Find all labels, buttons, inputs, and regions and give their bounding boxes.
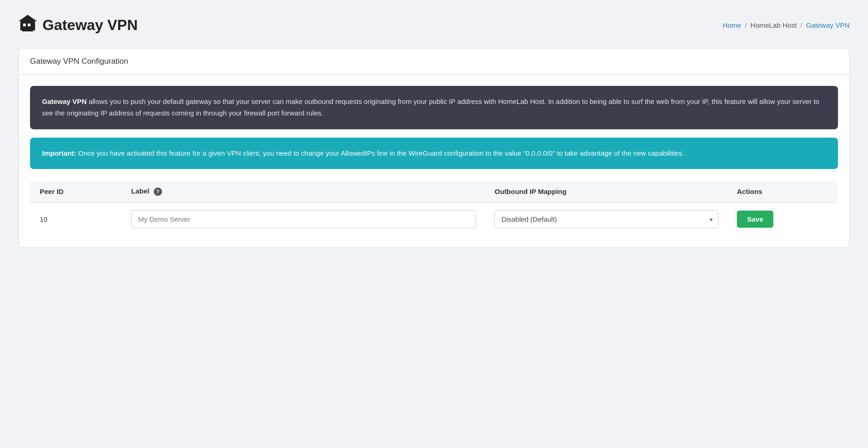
- gateway-vpn-table: Peer ID Label ? Outbound IP Mapping Acti…: [30, 180, 838, 236]
- col-peer-id: Peer ID: [30, 181, 122, 203]
- info-box-teal: Important: Once you have activated this …: [30, 138, 838, 170]
- label-input[interactable]: [131, 210, 476, 228]
- label-help-icon[interactable]: ?: [154, 188, 162, 196]
- card-header: Gateway VPN Configuration: [19, 48, 849, 75]
- info-teal-text: Once you have activated this feature for…: [76, 149, 684, 157]
- outbound-ip-cell: Disabled (Default) Enabled ▾: [485, 203, 728, 236]
- page-title: Gateway VPN: [42, 17, 138, 34]
- svg-rect-2: [28, 24, 30, 26]
- peer-id-value: 10: [40, 215, 48, 223]
- svg-rect-1: [23, 24, 26, 26]
- breadcrumb: Home / HomeLab Host / Gateway VPN: [723, 21, 850, 29]
- label-cell: [122, 203, 485, 236]
- actions-cell: Save: [728, 203, 838, 236]
- col-outbound-ip: Outbound IP Mapping: [485, 181, 728, 203]
- svg-marker-3: [18, 15, 37, 21]
- main-card: Gateway VPN Configuration Gateway VPN al…: [18, 48, 850, 248]
- table-row: 10 Disabled (Default) Enabled ▾: [30, 203, 838, 236]
- breadcrumb-current: Gateway VPN: [806, 21, 850, 29]
- gateway-vpn-icon: [18, 15, 37, 35]
- info-dark-text: allows you to push your default gateway …: [42, 97, 820, 117]
- outbound-ip-select[interactable]: Disabled (Default) Enabled: [494, 210, 718, 228]
- page-wrapper: Gateway VPN Home / HomeLab Host / Gatewa…: [0, 0, 868, 448]
- col-actions: Actions: [728, 181, 838, 203]
- outbound-select-wrapper: Disabled (Default) Enabled ▾: [494, 210, 718, 228]
- info-teal-bold: Important:: [42, 149, 76, 157]
- info-box-dark: Gateway VPN allows you to push your defa…: [30, 86, 838, 129]
- save-button[interactable]: Save: [737, 211, 773, 228]
- page-title-area: Gateway VPN: [18, 15, 138, 35]
- breadcrumb-home[interactable]: Home: [723, 21, 741, 29]
- page-header: Gateway VPN Home / HomeLab Host / Gatewa…: [18, 15, 850, 35]
- table-head: Peer ID Label ? Outbound IP Mapping Acti…: [30, 181, 838, 203]
- table-body: 10 Disabled (Default) Enabled ▾: [30, 203, 838, 236]
- breadcrumb-sep-1: /: [745, 21, 747, 29]
- peer-id-cell: 10: [30, 203, 122, 236]
- info-dark-bold: Gateway VPN: [42, 97, 87, 105]
- col-label: Label ?: [122, 181, 485, 203]
- svg-rect-4: [25, 28, 30, 30]
- table-header-row: Peer ID Label ? Outbound IP Mapping Acti…: [30, 181, 838, 203]
- breadcrumb-homelab: HomeLab Host: [751, 21, 797, 29]
- svg-rect-5: [22, 30, 33, 31]
- breadcrumb-sep-2: /: [801, 21, 802, 29]
- card-body: Gateway VPN allows you to push your defa…: [19, 75, 849, 247]
